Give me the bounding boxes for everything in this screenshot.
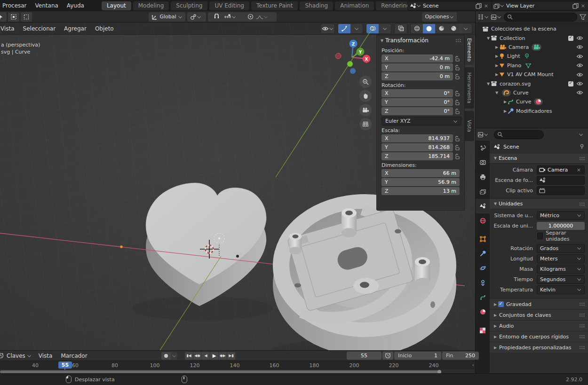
camera-view-button[interactable] xyxy=(359,104,372,116)
section-unidades[interactable]: ▼ Unidades xyxy=(490,198,588,209)
gizmo-neg-y-ball[interactable] xyxy=(347,61,353,67)
scale-x-field[interactable]: X814.937 xyxy=(381,134,453,142)
gizmo-neg-z-ball[interactable] xyxy=(350,68,356,74)
tab-herramienta[interactable]: Herramienta xyxy=(465,67,474,109)
select-box-tool[interactable] xyxy=(8,12,19,22)
outliner-row-corazon-svg[interactable]: ▼ corazon.svg xyxy=(476,79,588,88)
panel-expand-icon[interactable]: ▼ xyxy=(380,39,384,43)
background-scene-field[interactable] xyxy=(537,176,585,185)
mass-unit-dropdown[interactable]: Kilograms xyxy=(537,265,585,274)
proportional-editing-group[interactable] xyxy=(245,12,277,22)
eye-icon[interactable] xyxy=(576,54,583,59)
scale-z-field[interactable]: Z185.714 xyxy=(381,152,453,160)
outliner-row-camera[interactable]: ▶ Camera xyxy=(476,43,588,52)
object-origin-dot[interactable] xyxy=(120,245,123,248)
active-clip-field[interactable] xyxy=(537,186,585,195)
playhead-badge[interactable]: 55 xyxy=(58,361,72,369)
rotation-x-field[interactable]: X0° xyxy=(381,89,453,97)
lock-icon[interactable] xyxy=(453,100,461,105)
tab-tool[interactable] xyxy=(476,141,490,155)
menu-ayuda[interactable]: Ayuda xyxy=(63,2,88,9)
timeline-ruler[interactable]: 40 60 80 100 120 140 160 180 200 220 240… xyxy=(0,361,475,369)
prev-keyframe-button[interactable]: ◀◆ xyxy=(193,352,202,360)
cam-mount-object[interactable] xyxy=(273,194,456,350)
next-keyframe-button[interactable]: ◆▶ xyxy=(219,352,227,360)
rotation-y-field[interactable]: Y0° xyxy=(381,98,453,106)
properties-search-input[interactable] xyxy=(494,130,544,139)
expand-icon[interactable]: ▶ xyxy=(494,63,499,68)
panel-drag-handle[interactable] xyxy=(455,39,461,42)
lock-icon[interactable] xyxy=(453,145,461,150)
collection-checkbox[interactable] xyxy=(568,36,573,41)
dim-z-field[interactable]: Z13 m xyxy=(381,187,460,195)
tab-texture[interactable] xyxy=(476,323,490,338)
rotation-mode-dropdown[interactable]: Euler XYZ xyxy=(381,117,461,126)
editor-type-icon[interactable] xyxy=(477,132,484,138)
scene-selector[interactable]: Scene × xyxy=(407,1,492,11)
menu-ventana[interactable]: Ventana xyxy=(31,2,63,9)
tab-scene[interactable] xyxy=(476,199,490,213)
select-lasso-tool[interactable] xyxy=(21,12,32,22)
section-escena[interactable]: ▼ Escena xyxy=(490,153,588,164)
lock-icon[interactable] xyxy=(453,74,461,79)
position-y-field[interactable]: Y0 m xyxy=(381,63,453,71)
rotation-z-field[interactable]: Z0° xyxy=(381,107,453,115)
eye-icon[interactable] xyxy=(576,36,583,40)
pin-icon[interactable] xyxy=(579,144,585,149)
gizmo-y-axis-ball[interactable]: Y xyxy=(357,48,365,56)
gizmo-x-axis-ball[interactable]: X xyxy=(363,55,371,63)
workspace-tab-texture-paint[interactable]: Texture Paint xyxy=(251,1,298,10)
outliner-row-scene-collection[interactable]: Colecciones de la escena xyxy=(476,24,588,33)
outliner-row-modificadores[interactable]: ▶ Modificadores xyxy=(476,107,588,116)
position-x-field[interactable]: X-42.4 m xyxy=(381,55,453,63)
auto-keying-toggle[interactable] xyxy=(161,352,171,360)
expand-icon[interactable]: ▶ xyxy=(503,109,508,113)
workspace-tab-uv-editing[interactable]: UV Editing xyxy=(209,1,249,10)
mesh-data-badge[interactable] xyxy=(524,62,532,69)
play-button[interactable]: ▶ xyxy=(210,352,219,360)
eye-icon[interactable] xyxy=(576,45,583,49)
new-view-layer-button[interactable] xyxy=(572,3,580,9)
options-dropdown[interactable]: Opciones xyxy=(422,12,457,22)
separar-unidades-checkbox[interactable] xyxy=(537,233,543,239)
display-mode-icon[interactable] xyxy=(491,14,497,20)
outliner-row-plano[interactable]: ▶ Plano xyxy=(476,61,588,70)
unit-scale-field[interactable]: 1.000000 xyxy=(537,222,585,230)
timeline-menu-vista[interactable]: Vista xyxy=(34,353,57,359)
lock-icon[interactable] xyxy=(453,154,461,159)
outliner-row-v1-av-cam-mount[interactable]: ▶ V1 AV CAM Mount xyxy=(476,70,588,79)
ortho-perspective-button[interactable] xyxy=(359,118,372,130)
frame-start-field[interactable]: Inicio1 xyxy=(394,352,441,360)
play-reverse-button[interactable]: ◀ xyxy=(202,352,210,360)
outliner-search-input[interactable] xyxy=(504,13,577,22)
heart-object[interactable] xyxy=(146,183,266,306)
length-unit-dropdown[interactable]: Meters xyxy=(537,254,585,263)
timeline-menu-claves[interactable]: Claves xyxy=(4,353,34,359)
tab-object[interactable] xyxy=(476,232,490,246)
outliner-row-light[interactable]: ▶ Light xyxy=(476,52,588,61)
camera-field[interactable]: Camera × xyxy=(537,165,585,174)
workspace-tab-animation[interactable]: Animation xyxy=(335,1,374,10)
light-data-badge[interactable] xyxy=(523,53,531,60)
position-z-field[interactable]: Z0 m xyxy=(381,72,453,80)
material-badge[interactable] xyxy=(534,98,543,105)
expand-icon[interactable]: ▼ xyxy=(486,36,491,40)
navigation-gizmo[interactable]: Z Y X xyxy=(325,29,376,76)
section-drag-handle[interactable] xyxy=(579,202,585,206)
temperature-unit-dropdown[interactable]: Kelvin xyxy=(537,285,585,294)
time-unit-dropdown[interactable]: Segundos xyxy=(537,275,585,284)
eye-icon[interactable] xyxy=(576,81,583,86)
expand-icon[interactable]: ▼ xyxy=(494,91,499,95)
timeline-menu-marcador[interactable]: Marcador xyxy=(56,353,91,359)
new-scene-button[interactable] xyxy=(475,3,483,9)
auto-keying-dropdown[interactable] xyxy=(171,352,177,360)
editor-type-icon[interactable] xyxy=(0,353,4,359)
remove-view-layer-button[interactable]: × xyxy=(580,3,587,9)
lock-icon[interactable] xyxy=(453,91,461,96)
pan-hand-button[interactable] xyxy=(359,90,372,102)
unit-system-dropdown[interactable]: Métrico xyxy=(537,211,585,220)
section-propiedades-personalizadas[interactable]: ▶ Propiedades personalizadas xyxy=(490,342,588,353)
tab-elemento[interactable]: Elemento xyxy=(465,35,474,65)
lock-icon[interactable] xyxy=(453,56,461,62)
lock-icon[interactable] xyxy=(453,109,461,114)
